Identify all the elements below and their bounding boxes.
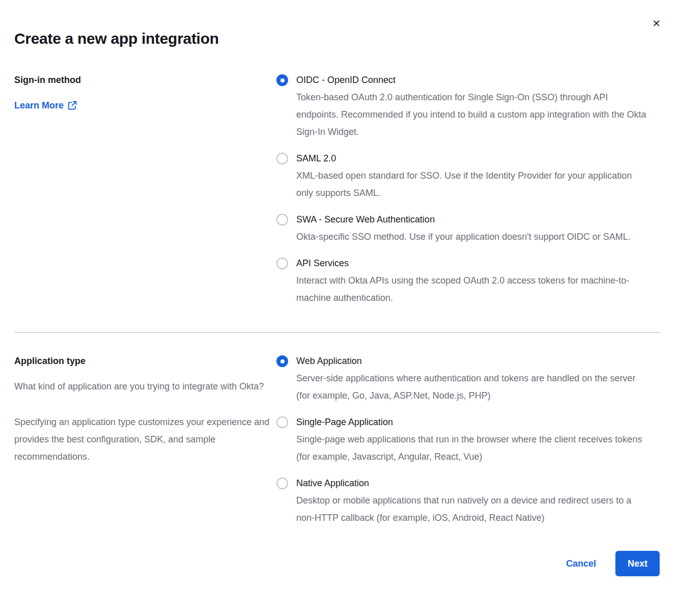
radio-option-native-application[interactable]: Native Application Desktop or mobile app… [276, 474, 660, 526]
radio-option-api-services[interactable]: API Services Interact with Okta APIs usi… [276, 255, 660, 306]
option-description: Token-based OAuth 2.0 authentication for… [296, 89, 650, 141]
option-description: Okta-specific SSO method. Use if your ap… [296, 228, 631, 245]
radio-option-saml[interactable]: SAML 2.0 XML-based open standard for SSO… [276, 150, 660, 202]
option-label: API Services [296, 255, 650, 272]
application-type-section: Application type What kind of applicatio… [14, 352, 660, 526]
radio-option-single-page-application[interactable]: Single-Page Application Single-page web … [276, 413, 660, 465]
application-type-explanation: Specifying an application type customize… [14, 413, 271, 465]
radio-button-icon[interactable] [276, 74, 288, 86]
close-button[interactable]: ✕ [652, 18, 661, 29]
radio-option-oidc[interactable]: OIDC - OpenID Connect Token-based OAuth … [276, 71, 660, 141]
create-app-integration-dialog: ✕ Create a new app integration Sign-in m… [0, 0, 678, 616]
option-label: SWA - Secure Web Authentication [296, 211, 631, 228]
application-type-label: Application type [14, 352, 271, 370]
signin-method-section: Sign-in method Learn More OIDC - OpenID … [14, 71, 660, 306]
section-divider [14, 332, 660, 333]
option-label: Native Application [296, 474, 650, 492]
radio-option-swa[interactable]: SWA - Secure Web Authentication Okta-spe… [276, 211, 660, 245]
option-description: Desktop or mobile applications that run … [296, 492, 650, 526]
radio-button-icon[interactable] [276, 416, 288, 428]
option-label: SAML 2.0 [296, 150, 650, 167]
learn-more-link[interactable]: Learn More [14, 97, 77, 114]
radio-button-icon[interactable] [276, 355, 288, 367]
dialog-footer: Cancel Next [14, 551, 660, 576]
next-button[interactable]: Next [615, 551, 660, 576]
option-label: OIDC - OpenID Connect [296, 71, 650, 89]
cancel-button[interactable]: Cancel [566, 558, 596, 569]
option-description: XML-based open standard for SSO. Use if … [296, 167, 650, 202]
application-type-question: What kind of application are you trying … [14, 378, 271, 395]
radio-button-icon[interactable] [276, 258, 288, 269]
dialog-title: Create a new app integration [14, 29, 660, 49]
radio-button-icon[interactable] [276, 478, 288, 489]
radio-button-icon[interactable] [276, 214, 288, 226]
option-description: Interact with Okta APIs using the scoped… [296, 272, 650, 306]
option-label: Single-Page Application [296, 413, 650, 431]
radio-button-icon[interactable] [276, 153, 288, 164]
option-description: Single-page web applications that run in… [296, 431, 650, 465]
radio-option-web-application[interactable]: Web Application Server-side applications… [276, 352, 660, 404]
signin-method-label: Sign-in method [14, 71, 271, 89]
external-link-icon [68, 101, 77, 110]
learn-more-label: Learn More [14, 97, 64, 114]
option-label: Web Application [296, 352, 650, 370]
option-description: Server-side applications where authentic… [296, 370, 650, 404]
close-icon: ✕ [652, 17, 661, 30]
